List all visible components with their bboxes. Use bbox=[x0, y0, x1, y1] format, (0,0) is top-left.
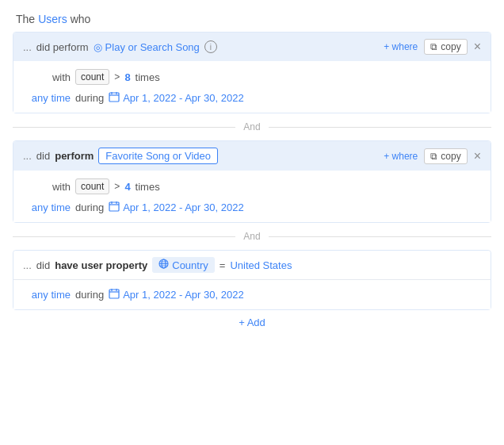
ellipsis-3: ... bbox=[23, 259, 32, 271]
country-value-3[interactable]: United States bbox=[230, 259, 292, 271]
any-time-3[interactable]: any time bbox=[32, 289, 71, 301]
date-range-3[interactable]: Apr 1, 2022 - Apr 30, 2022 bbox=[109, 288, 244, 301]
globe-icon-3 bbox=[158, 259, 169, 271]
svg-rect-0 bbox=[109, 93, 119, 102]
ellipsis-2: ... bbox=[23, 150, 32, 162]
header-right-2: + where ⧉ copy × bbox=[384, 148, 481, 164]
header-right-1: + where ⧉ copy × bbox=[384, 39, 481, 55]
page-header: The Users who bbox=[0, 0, 504, 32]
date-range-1[interactable]: Apr 1, 2022 - Apr 30, 2022 bbox=[109, 91, 244, 105]
close-button-1[interactable]: × bbox=[474, 40, 481, 53]
times-label-2: times bbox=[136, 181, 160, 193]
date-row-1: any time during Apr 1, 2022 - Apr 30, 20… bbox=[23, 91, 481, 105]
any-time-2[interactable]: any time bbox=[32, 201, 71, 213]
with-label-2: with bbox=[23, 181, 71, 193]
header-left-1: ... did perform ◎ Play or Search Song i bbox=[23, 40, 217, 53]
perform-label-2: perform bbox=[55, 150, 94, 162]
copy-button-1[interactable]: ⧉ copy bbox=[424, 39, 467, 55]
operator-2: > bbox=[114, 181, 120, 192]
calendar-icon-1 bbox=[109, 91, 120, 105]
svg-rect-4 bbox=[109, 202, 119, 211]
condition-header-1: ... did perform ◎ Play or Search Song i … bbox=[13, 33, 491, 61]
did-label-2: did bbox=[36, 150, 50, 162]
action-name-box-2[interactable]: Favorite Song or Video bbox=[98, 148, 218, 164]
action-icon-1: ◎ Play or Search Song bbox=[94, 41, 200, 53]
times-label-1: times bbox=[136, 71, 160, 83]
condition-body-1: with count > 8 times any time during bbox=[13, 61, 491, 113]
main-container: ... did perform ◎ Play or Search Song i … bbox=[0, 32, 504, 347]
close-button-2[interactable]: × bbox=[474, 150, 481, 163]
country-label-3: Country bbox=[172, 259, 208, 271]
condition-header-3: ... did have user property Country bbox=[13, 251, 491, 280]
date-text-3: Apr 1, 2022 - Apr 30, 2022 bbox=[123, 289, 244, 301]
and-label-2: And bbox=[235, 231, 268, 242]
during-label-3: during bbox=[75, 289, 104, 301]
condition-body-2: with count > 4 times any time during bbox=[13, 171, 491, 222]
add-label: + Add bbox=[239, 316, 265, 328]
anytime-row-3: any time bbox=[23, 289, 71, 301]
condition-block-3: ... did have user property Country bbox=[13, 250, 491, 310]
equals-sign-3: = bbox=[220, 259, 226, 271]
date-row-3: any time during Apr 1, 2022 - Apr 30, 20… bbox=[23, 288, 481, 301]
copy-label-2: copy bbox=[441, 151, 460, 162]
with-label-1: with bbox=[23, 71, 71, 83]
copy-icon-1: ⧉ bbox=[430, 41, 437, 52]
count-row-2: with count > 4 times bbox=[23, 178, 481, 194]
where-button-2[interactable]: + where bbox=[384, 151, 418, 162]
count-value-1[interactable]: 8 bbox=[124, 71, 130, 83]
did-label-3: did bbox=[36, 259, 50, 271]
anytime-row-2: any time bbox=[23, 201, 71, 213]
calendar-icon-2 bbox=[109, 201, 120, 214]
condition-block-1: ... did perform ◎ Play or Search Song i … bbox=[13, 32, 491, 113]
the-text: The bbox=[16, 13, 35, 25]
date-text-1: Apr 1, 2022 - Apr 30, 2022 bbox=[123, 92, 244, 104]
condition-block-2: ... did perform Favorite Song or Video +… bbox=[13, 140, 491, 223]
property-tag-3[interactable]: Country bbox=[152, 257, 215, 273]
date-text-2: Apr 1, 2022 - Apr 30, 2022 bbox=[123, 201, 244, 213]
and-divider-1: And bbox=[13, 113, 491, 140]
svg-rect-13 bbox=[109, 290, 119, 298]
and-divider-2: And bbox=[13, 223, 491, 250]
action-name-text-1[interactable]: Play or Search Song bbox=[105, 41, 200, 53]
header-left-3: ... did have user property Country bbox=[23, 257, 292, 273]
copy-icon-2: ⧉ bbox=[430, 151, 437, 162]
count-box-1[interactable]: count bbox=[75, 69, 109, 85]
did-perform-label-1: did perform bbox=[36, 41, 89, 53]
calendar-icon-3 bbox=[109, 288, 120, 301]
and-label-1: And bbox=[235, 121, 268, 132]
date-row-2: any time during Apr 1, 2022 - Apr 30, 20… bbox=[23, 201, 481, 214]
circle-icon-1: ◎ bbox=[94, 41, 102, 53]
users-link[interactable]: Users bbox=[38, 13, 67, 25]
header-left-2: ... did perform Favorite Song or Video bbox=[23, 148, 218, 164]
anytime-label-1[interactable]: any time bbox=[23, 92, 71, 104]
ellipsis-1: ... bbox=[23, 41, 32, 53]
any-time-1: any time bbox=[32, 92, 71, 104]
during-label-2: during bbox=[75, 201, 104, 213]
date-range-2[interactable]: Apr 1, 2022 - Apr 30, 2022 bbox=[109, 201, 244, 214]
who-text: who bbox=[71, 13, 91, 25]
count-box-2[interactable]: count bbox=[75, 178, 109, 194]
add-button[interactable]: + Add bbox=[13, 310, 491, 335]
count-value-2[interactable]: 4 bbox=[124, 181, 130, 193]
condition-body-3: any time during Apr 1, 2022 - Apr 30, 20… bbox=[13, 280, 491, 309]
copy-button-2[interactable]: ⧉ copy bbox=[424, 148, 467, 164]
operator-1: > bbox=[114, 71, 120, 82]
property-label-3: have user property bbox=[55, 259, 147, 271]
info-icon-1[interactable]: i bbox=[204, 40, 217, 53]
where-button-1[interactable]: + where bbox=[384, 41, 418, 52]
during-label-1: during bbox=[75, 92, 104, 104]
condition-header-2: ... did perform Favorite Song or Video +… bbox=[13, 141, 491, 171]
count-row-1: with count > 8 times bbox=[23, 69, 481, 85]
copy-label-1: copy bbox=[441, 41, 460, 52]
